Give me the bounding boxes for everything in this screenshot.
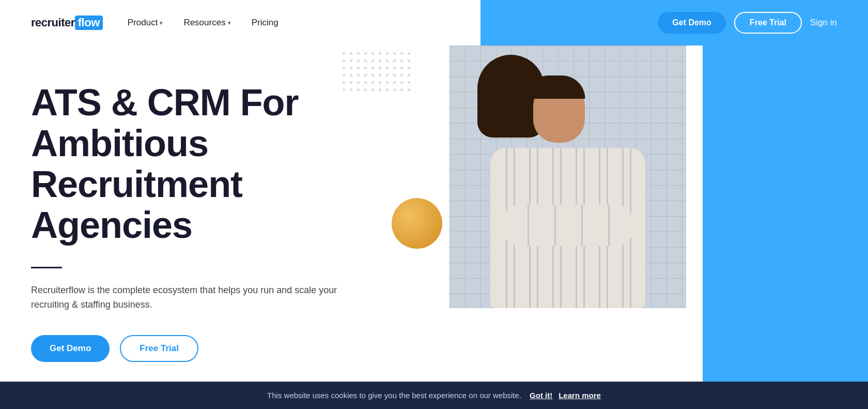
hero-buttons: Get Demo Free Trial — [31, 335, 413, 362]
logo-recruiter: recruiter — [31, 16, 75, 29]
header: recruiterflow Product ▾ Resources ▾ Pric… — [0, 0, 868, 46]
logo-flow: flow — [75, 16, 103, 30]
nav-resources-label: Resources — [183, 18, 225, 28]
nav-pricing[interactable]: Pricing — [252, 18, 278, 28]
blue-background-panel — [703, 46, 868, 409]
hero-description: Recruiterflow is the complete ecosystem … — [31, 283, 341, 313]
free-trial-button-hero[interactable]: Free Trial — [120, 335, 198, 362]
hero-divider — [31, 267, 62, 268]
logo[interactable]: recruiterflow — [31, 16, 103, 30]
chevron-down-icon: ▾ — [160, 20, 163, 26]
nav-links: Product ▾ Resources ▾ Pricing — [128, 18, 450, 28]
gold-circle-decoration — [392, 198, 442, 249]
cookie-banner: This website uses cookies to give you th… — [0, 382, 868, 409]
nav-product[interactable]: Product ▾ — [128, 18, 163, 28]
get-demo-button-hero[interactable]: Get Demo — [31, 335, 110, 362]
header-right: Get Demo Free Trial Sign in — [481, 0, 868, 46]
nav-actions: Get Demo Free Trial Sign in — [658, 12, 837, 34]
cookie-message: This website uses cookies to give you th… — [267, 391, 521, 400]
hero-title-line4: Agencies — [31, 204, 192, 246]
cookie-got-it-button[interactable]: Got it! — [530, 391, 552, 400]
person-figure — [480, 60, 656, 308]
nav-product-label: Product — [128, 18, 158, 28]
get-demo-button-nav[interactable]: Get Demo — [658, 12, 726, 34]
hero-title-line2: Ambitious — [31, 123, 208, 164]
hero-image — [450, 46, 686, 308]
nav-pricing-label: Pricing — [252, 18, 278, 28]
free-trial-button-nav[interactable]: Free Trial — [734, 12, 802, 34]
hero-section: ATS & CRM For Ambitious Recruitment Agen… — [0, 46, 868, 409]
cookie-learn-more-button[interactable]: Learn more — [559, 391, 601, 400]
hero-title: ATS & CRM For Ambitious Recruitment Agen… — [31, 82, 413, 246]
header-left: recruiterflow Product ▾ Resources ▾ Pric… — [0, 0, 481, 46]
nav-resources[interactable]: Resources ▾ — [183, 18, 230, 28]
hero-content: ATS & CRM For Ambitious Recruitment Agen… — [0, 46, 444, 409]
sign-in-button[interactable]: Sign in — [810, 18, 837, 28]
arms — [501, 205, 635, 246]
hero-title-line3: Recruitment — [31, 163, 242, 205]
hero-title-line1: ATS & CRM For — [31, 82, 299, 123]
chevron-down-icon: ▾ — [228, 20, 231, 26]
